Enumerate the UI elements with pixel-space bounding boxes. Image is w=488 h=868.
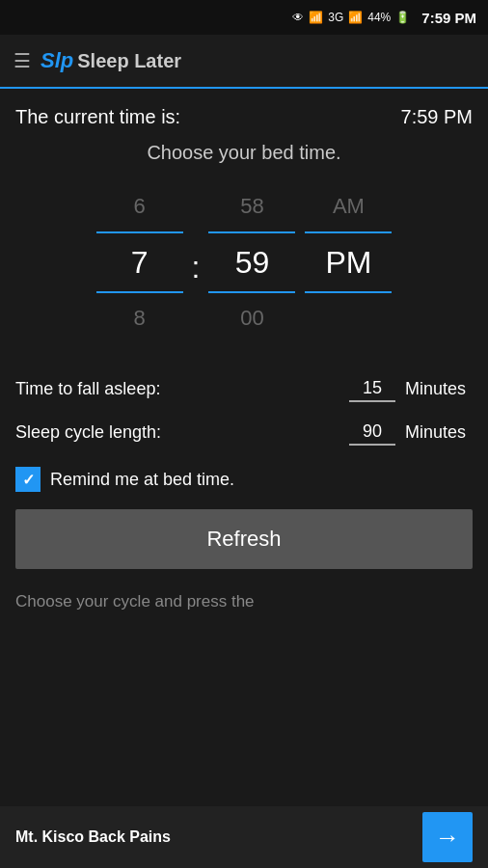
minutes-below: 00 xyxy=(240,295,263,341)
minutes-above: 58 xyxy=(240,183,263,230)
arrow-right-icon: → xyxy=(435,823,460,853)
ampm-divider-top xyxy=(305,231,392,233)
checkmark-icon: ✓ xyxy=(22,471,35,489)
choose-bedtime: Choose your bed time. xyxy=(0,138,488,183)
time-picker[interactable]: 6 7 8 : 58 59 00 AM PM xyxy=(0,183,488,341)
fall-asleep-input[interactable] xyxy=(349,376,395,402)
hours-below: 8 xyxy=(133,295,145,341)
app-logo: SlpSleep Later xyxy=(41,48,181,73)
eye-icon: 👁 xyxy=(292,11,304,24)
banner-text: Mt. Kisco Back Pains xyxy=(15,828,422,846)
current-time-row: The current time is: 7:59 PM xyxy=(0,89,488,138)
logo-slp: Slp xyxy=(41,48,73,72)
hours-above: 6 xyxy=(133,183,145,230)
ampm-above: AM xyxy=(333,183,365,230)
wifi-icon: 📶 xyxy=(309,11,323,24)
network-label: 3G xyxy=(328,11,343,24)
banner-arrow-button[interactable]: → xyxy=(422,812,473,862)
signal-icon: 📶 xyxy=(348,11,363,24)
logo-text: Sleep Later xyxy=(77,50,181,71)
minutes-column[interactable]: 58 59 00 xyxy=(203,183,300,341)
fall-asleep-unit: Minutes xyxy=(405,379,473,399)
refresh-button-container: Refresh xyxy=(0,509,488,584)
status-icons: 👁 📶 3G 📶 44% 🔋 xyxy=(292,11,410,24)
sleep-cycle-row: Sleep cycle length: Minutes xyxy=(15,420,473,446)
fall-asleep-label: Time to fall asleep: xyxy=(15,379,349,399)
fall-asleep-row: Time to fall asleep: Minutes xyxy=(15,376,473,402)
bottom-banner: Mt. Kisco Back Pains → xyxy=(0,806,488,868)
battery-label: 44% xyxy=(367,11,391,24)
hours-column[interactable]: 6 7 8 xyxy=(92,183,188,341)
app-header: ☰ SlpSleep Later xyxy=(0,35,488,89)
minutes-divider-bottom xyxy=(208,291,295,293)
battery-icon: 🔋 xyxy=(395,11,410,24)
ampm-column[interactable]: AM PM xyxy=(300,183,396,341)
minutes-selected[interactable]: 59 xyxy=(235,235,270,289)
status-bar: 👁 📶 3G 📶 44% 🔋 7:59 PM xyxy=(0,0,488,35)
hours-divider-top xyxy=(96,231,183,233)
reminder-checkbox[interactable]: ✓ xyxy=(15,467,41,492)
time-separator: : xyxy=(188,250,204,285)
reminder-label: Remind me at bed time. xyxy=(50,470,234,490)
ampm-divider-bottom xyxy=(305,291,392,293)
menu-icon[interactable]: ☰ xyxy=(14,49,31,72)
bottom-hint: Choose your cycle and press the xyxy=(0,584,488,611)
ampm-selected[interactable]: PM xyxy=(325,235,371,289)
status-time: 7:59 PM xyxy=(421,10,476,26)
settings-section: Time to fall asleep: Minutes Sleep cycle… xyxy=(0,361,488,446)
current-time-value: 7:59 PM xyxy=(401,106,473,128)
hours-selected[interactable]: 7 xyxy=(131,235,149,289)
sleep-cycle-input[interactable] xyxy=(349,420,395,446)
hours-divider-bottom xyxy=(96,291,183,293)
main-content: The current time is: 7:59 PM Choose your… xyxy=(0,89,488,611)
current-time-label: The current time is: xyxy=(15,106,180,128)
minutes-divider-top xyxy=(208,231,295,233)
sleep-cycle-unit: Minutes xyxy=(405,422,473,443)
reminder-row[interactable]: ✓ Remind me at bed time. xyxy=(0,463,488,509)
sleep-cycle-label: Sleep cycle length: xyxy=(15,422,349,443)
refresh-button[interactable]: Refresh xyxy=(15,509,473,569)
